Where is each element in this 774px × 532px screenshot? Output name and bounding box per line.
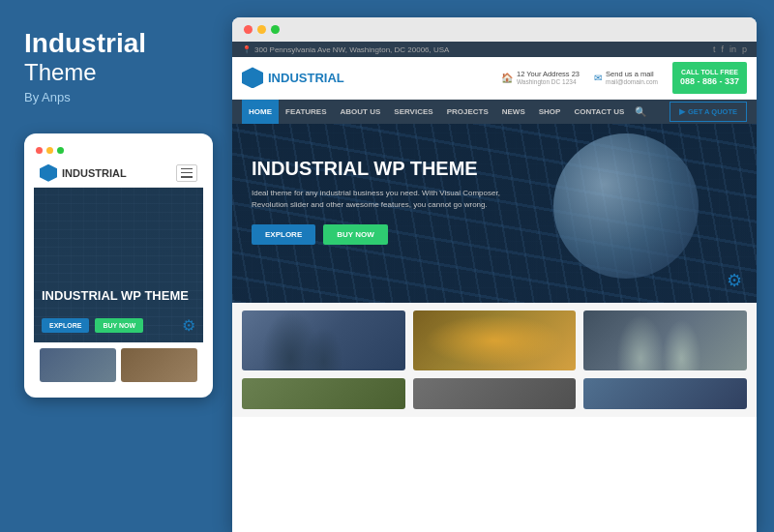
mobile-card-2 — [121, 348, 197, 382]
nav-item-services[interactable]: SERVICES — [387, 100, 439, 124]
minimize-button-dot[interactable] — [257, 25, 266, 34]
topbar-social: t f in p — [713, 44, 747, 54]
left-sidebar: Industrial Theme By Anps INDUSTRIAL INDU… — [0, 0, 232, 532]
gear-icon[interactable]: ⚙ — [182, 316, 195, 335]
site-logo-text: INDUSTRIAL — [268, 71, 344, 85]
site-logo: INDUSTRIAL — [242, 67, 344, 88]
mobile-hero-title: INDUSTRIAL WP THEME — [42, 288, 189, 304]
address-line1: 12 Your Address 23 — [517, 70, 580, 78]
mobile-explore-button[interactable]: EXPLORE — [42, 318, 89, 333]
hero-content: INDUSTRIAL WP THEME Ideal theme for any … — [232, 124, 757, 259]
topbar-address: 📍 300 Pennsylvania Ave NW, Washington, D… — [242, 45, 449, 54]
header-address: 🏠 12 Your Address 23 Washington DC 1234 — [501, 70, 580, 85]
facebook-icon[interactable]: f — [721, 44, 724, 54]
mobile-card-1 — [40, 348, 116, 382]
mobile-logo-icon — [40, 164, 57, 182]
hamburger-line-2 — [181, 172, 193, 173]
by-author: By Anps — [24, 90, 208, 104]
hero-gear-icon[interactable]: ⚙ — [727, 270, 742, 291]
mobile-hero-buttons: EXPLORE BUY NOW — [42, 318, 143, 333]
browser-window: 📍 300 Pennsylvania Ave NW, Washington, D… — [232, 17, 757, 532]
header-info: 🏠 12 Your Address 23 Washington DC 1234 … — [501, 62, 747, 94]
card-image-4[interactable] — [242, 378, 405, 409]
hamburger-line-3 — [181, 176, 193, 177]
call-label: CALL TOLL FREE — [680, 68, 739, 76]
cards-section — [232, 303, 757, 378]
hero-buttons: EXPLORE BUY NOW — [252, 224, 737, 245]
site-content: 📍 300 Pennsylvania Ave NW, Washington, D… — [232, 42, 757, 529]
card-image-2[interactable] — [413, 310, 577, 370]
header-email: ✉ Send us a mail mail@domain.com — [594, 70, 658, 85]
topbar-address-text: 300 Pennsylvania Ave NW, Washington, DC … — [254, 45, 449, 54]
hero-explore-button[interactable]: EXPLORE — [252, 224, 315, 245]
nav-item-about[interactable]: ABOUT US — [334, 100, 388, 124]
card-image-5[interactable] — [413, 378, 577, 409]
hero-description: Ideal theme for any industrial business … — [252, 188, 503, 211]
browser-chrome — [232, 17, 757, 42]
browser-window-controls — [244, 25, 280, 34]
location-icon: 📍 — [242, 45, 252, 54]
close-button-dot[interactable] — [244, 25, 253, 34]
nav-item-contact[interactable]: CONTACT US — [567, 100, 631, 124]
call-button[interactable]: CALL TOLL FREE 088 - 886 - 337 — [672, 62, 747, 94]
email-icon: ✉ — [594, 73, 602, 83]
card-image-3[interactable] — [583, 310, 747, 370]
mobile-mockup: INDUSTRIAL INDUSTRIAL WP THEME EXPLORE B… — [24, 133, 213, 398]
mobile-cards — [34, 342, 203, 388]
site-hero: INDUSTRIAL WP THEME Ideal theme for any … — [232, 124, 757, 303]
hero-buynow-button[interactable]: BUY NOW — [323, 224, 388, 245]
maximize-button-dot[interactable] — [271, 25, 280, 34]
brand-sub: Theme — [24, 59, 208, 86]
mobile-dot-red — [36, 147, 43, 154]
site-header: INDUSTRIAL 🏠 12 Your Address 23 Washingt… — [232, 57, 757, 100]
site-nav: HOME FEATURES ABOUT US SERVICES PROJECTS… — [232, 100, 757, 124]
nav-item-shop[interactable]: SHOP — [532, 100, 568, 124]
mobile-hero: INDUSTRIAL WP THEME EXPLORE BUY NOW ⚙ — [34, 188, 203, 342]
cards-section-2 — [232, 378, 757, 417]
mobile-header: INDUSTRIAL — [34, 160, 203, 188]
call-number: 088 - 886 - 337 — [680, 76, 739, 88]
email-label: Send us a mail — [606, 70, 658, 78]
mobile-dot-yellow — [46, 147, 53, 154]
address-line2: Washington DC 1234 — [517, 78, 580, 85]
search-icon[interactable]: 🔍 — [631, 102, 650, 121]
hamburger-line-1 — [181, 168, 193, 169]
mobile-logo: INDUSTRIAL — [40, 164, 127, 182]
hero-title: INDUSTRIAL WP THEME — [252, 158, 737, 180]
mobile-window-dots — [34, 143, 203, 160]
get-quote-button[interactable]: ▶ GET A QUOTE — [670, 102, 747, 122]
pinterest-icon[interactable]: p — [742, 44, 747, 54]
mobile-buynow-button[interactable]: BUY NOW — [95, 318, 143, 333]
site-topbar: 📍 300 Pennsylvania Ave NW, Washington, D… — [232, 42, 757, 57]
card-image-6[interactable] — [583, 378, 747, 409]
linkedin-icon[interactable]: in — [729, 44, 736, 54]
twitter-icon[interactable]: t — [713, 44, 716, 54]
site-logo-icon — [242, 67, 263, 88]
brand-title: Industrial — [24, 29, 208, 59]
mobile-hamburger-button[interactable] — [176, 164, 197, 182]
nav-item-home[interactable]: HOME — [242, 100, 279, 124]
mobile-dot-green — [57, 147, 64, 154]
mobile-logo-text: INDUSTRIAL — [62, 167, 127, 179]
nav-item-projects[interactable]: PROJECTS — [440, 100, 495, 124]
email-value: mail@domain.com — [606, 78, 658, 85]
nav-item-features[interactable]: FEATURES — [279, 100, 334, 124]
home-icon: 🏠 — [501, 73, 513, 83]
nav-item-news[interactable]: NEWS — [495, 100, 532, 124]
card-image-1[interactable] — [242, 310, 405, 370]
